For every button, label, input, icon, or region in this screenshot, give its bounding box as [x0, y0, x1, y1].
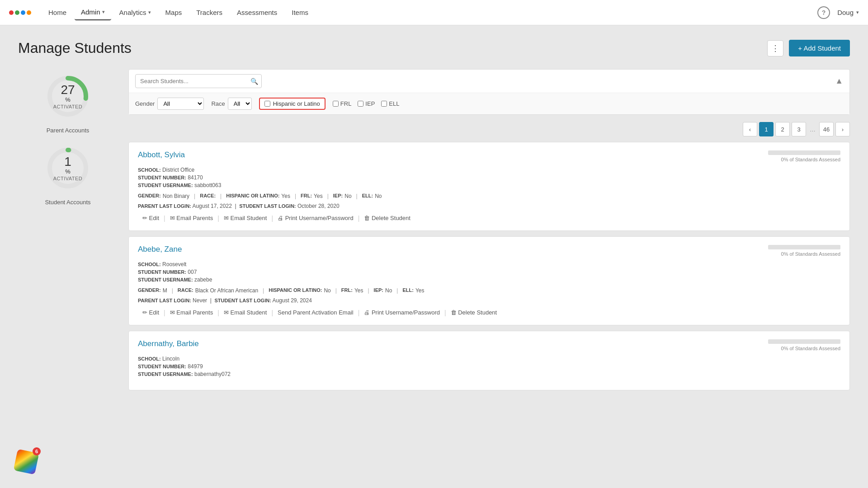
nav-trackers[interactable]: Trackers — [190, 5, 229, 20]
nav-home[interactable]: Home — [42, 5, 73, 20]
user-arrow: ▾ — [856, 9, 859, 15]
header-actions: ⋮ + Add Student — [767, 40, 850, 56]
frl-checkbox[interactable] — [333, 101, 339, 107]
prev-page-button[interactable]: ‹ — [743, 122, 757, 136]
race-select[interactable]: All — [228, 98, 252, 110]
right-panel: 🔍 ▲ Gender All M F Non Binary — [128, 69, 850, 396]
nav-admin[interactable]: Admin ▾ — [75, 5, 111, 20]
delete-button-1[interactable]: 🗑 Delete Student — [446, 308, 502, 317]
standards-label-1: 0% of Standards Assessed — [768, 251, 840, 257]
hispanic-checkbox[interactable] — [264, 101, 270, 107]
navbar-right: ? Doug ▾ — [817, 6, 859, 19]
nav-menu: Home Admin ▾ Analytics ▾ Maps Trackers A… — [42, 5, 817, 20]
race-filter-group: Race All — [211, 98, 251, 110]
email-student-button-0[interactable]: ✉ Email Student — [219, 214, 272, 222]
iep-label[interactable]: IEP — [365, 100, 375, 107]
student-meta-1: GENDER: M | RACE: Black Or African Ameri… — [138, 287, 840, 294]
nav-analytics[interactable]: Analytics ▾ — [113, 5, 157, 20]
student-activated-label: ACTIVATED — [53, 176, 83, 181]
email-parents-button-1[interactable]: ✉ Email Parents — [165, 308, 218, 317]
search-input[interactable] — [135, 74, 262, 88]
ell-label[interactable]: ELL — [389, 100, 399, 107]
page-title: Manage Students — [18, 40, 132, 56]
collapse-filters-button[interactable]: ▲ — [835, 76, 843, 86]
page-46-button[interactable]: 46 — [819, 122, 834, 136]
user-menu[interactable]: Doug ▾ — [837, 9, 859, 16]
hispanic-label[interactable]: Hispanic or Latino — [273, 100, 320, 107]
gender-filter-group: Gender All M F Non Binary — [135, 98, 204, 110]
student-details-1: SCHOOL: Roosevelt STUDENT NUMBER: 007 ST… — [138, 261, 840, 283]
login-row-0: PARENT LAST LOGIN: August 17, 2022 | STU… — [138, 203, 840, 209]
filter-row: Gender All M F Non Binary Race All — [129, 93, 849, 114]
parent-accounts-center: 27 % ACTIVATED — [53, 84, 83, 109]
student-name-0[interactable]: Abbott, Sylvia — [138, 150, 185, 160]
standards-wrap-2: 0% of Standards Assessed — [768, 339, 840, 351]
edit-button-0[interactable]: ✏ Edit — [138, 214, 164, 222]
ell-checkbox[interactable] — [381, 101, 387, 107]
print-button-1[interactable]: 🖨 Print Username/Password — [359, 308, 444, 317]
parent-accounts-chart: 27 % ACTIVATED — [41, 69, 95, 123]
page-1-button[interactable]: 1 — [759, 122, 774, 136]
student-card-1: Abebe, Zane 0% of Standards Assessed SCH… — [128, 236, 850, 325]
student-accounts-chart: 1 % ACTIVATED — [41, 141, 95, 195]
parent-activated-number: 27 — [53, 84, 83, 96]
kebab-menu-button[interactable]: ⋮ — [767, 40, 783, 56]
iep-filter-item: IEP — [358, 100, 375, 107]
student-card-2-header: Abernathy, Barbie 0% of Standards Assess… — [138, 339, 840, 351]
student-details-0: SCHOOL: District Office STUDENT NUMBER: … — [138, 167, 840, 188]
nav-items[interactable]: Items — [285, 5, 315, 20]
student-percent-symbol: % — [53, 168, 83, 175]
standards-bar-1 — [768, 245, 840, 249]
standards-bar-0 — [768, 150, 840, 155]
student-name-1[interactable]: Abebe, Zane — [138, 245, 182, 254]
nav-assessments[interactable]: Assessments — [231, 5, 283, 20]
student-activated-number: 1 — [53, 155, 83, 168]
frl-filter-item: FRL — [333, 100, 352, 107]
other-checkboxes: FRL IEP ELL — [333, 100, 400, 107]
student-meta-0: GENDER: Non Binary | RACE: | HISPANIC OR… — [138, 193, 840, 199]
parent-accounts-card: 27 % ACTIVATED Parent Accounts — [18, 69, 118, 134]
logo[interactable] — [9, 10, 31, 15]
search-button[interactable]: 🔍 — [250, 78, 258, 85]
standards-wrap-1: 0% of Standards Assessed — [768, 245, 840, 257]
search-filter-bar: 🔍 ▲ Gender All M F Non Binary — [128, 69, 850, 115]
logo-dot-4 — [27, 10, 31, 15]
page-ellipsis: … — [808, 126, 817, 133]
student-card-0-header: Abbott, Sylvia 0% of Standards Assessed — [138, 150, 840, 162]
standards-wrap-0: 0% of Standards Assessed — [768, 150, 840, 162]
gender-select[interactable]: All M F Non Binary — [157, 98, 204, 110]
email-student-button-1[interactable]: ✉ Email Student — [219, 308, 272, 317]
delete-button-0[interactable]: 🗑 Delete Student — [359, 214, 415, 222]
main-layout: 27 % ACTIVATED Parent Accounts 1 % — [18, 69, 850, 396]
search-row: 🔍 ▲ — [129, 70, 849, 93]
send-parent-activation-button-1[interactable]: Send Parent Activation Email — [273, 308, 358, 317]
student-name-2[interactable]: Abernathy, Barbie — [138, 339, 199, 348]
print-button-0[interactable]: 🖨 Print Username/Password — [273, 214, 358, 222]
add-student-button[interactable]: + Add Student — [789, 40, 850, 56]
student-card-2: Abernathy, Barbie 0% of Standards Assess… — [128, 331, 850, 390]
help-button[interactable]: ? — [817, 6, 830, 19]
hispanic-filter-highlight: Hispanic or Latino — [259, 98, 326, 110]
next-page-button[interactable]: › — [835, 122, 850, 136]
page-2-button[interactable]: 2 — [775, 122, 790, 136]
race-label: Race — [211, 100, 225, 107]
edit-button-1[interactable]: ✏ Edit — [138, 308, 164, 317]
parent-accounts-title: Parent Accounts — [47, 127, 90, 134]
iep-checkbox[interactable] — [358, 101, 363, 107]
standards-bar-2 — [768, 339, 840, 344]
admin-arrow: ▾ — [102, 9, 105, 15]
page-3-button[interactable]: 3 — [792, 122, 806, 136]
logo-dot-1 — [9, 10, 14, 15]
logo-dot-3 — [21, 10, 25, 15]
logo-dot-2 — [15, 10, 19, 15]
frl-label[interactable]: FRL — [340, 100, 352, 107]
standards-label-2: 0% of Standards Assessed — [768, 346, 840, 351]
login-row-1: PARENT LAST LOGIN: Never | STUDENT LAST … — [138, 297, 840, 304]
ell-filter-item: ELL — [381, 100, 399, 107]
nav-maps[interactable]: Maps — [159, 5, 189, 20]
student-details-2: SCHOOL: Lincoln STUDENT NUMBER: 84979 ST… — [138, 356, 840, 377]
analytics-arrow: ▾ — [148, 9, 151, 15]
email-parents-button-0[interactable]: ✉ Email Parents — [165, 214, 218, 222]
parent-activated-label: ACTIVATED — [53, 104, 83, 109]
student-card-0: Abbott, Sylvia 0% of Standards Assessed … — [128, 142, 850, 231]
